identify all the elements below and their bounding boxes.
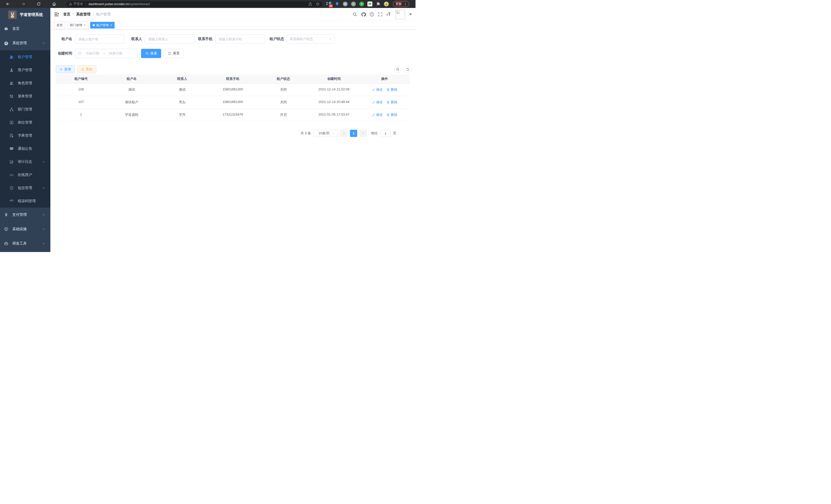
tab-home[interactable]: 首页	[54, 22, 65, 29]
chevron-down-icon	[328, 37, 332, 40]
delete-link[interactable]: 删除	[386, 100, 398, 105]
next-page-button[interactable]: ›	[360, 130, 367, 137]
share-icon[interactable]	[308, 2, 312, 6]
delete-link[interactable]: 删除	[386, 87, 398, 92]
sidebar-item-error-code-management[interactable]: </> 错误码管理	[0, 195, 50, 208]
tenant-name-input[interactable]	[75, 34, 125, 44]
security-indicator[interactable]: 不安全	[69, 2, 83, 6]
browser-toolbar: 不安全 dashboard.yudao.iocoder.cn/system/te…	[0, 0, 416, 8]
users-icon	[9, 81, 13, 85]
sidebar-item-system[interactable]: 系统管理	[0, 36, 50, 50]
sidebar-item-dept-management[interactable]: 部门管理	[0, 103, 50, 116]
sidebar-item-role-management[interactable]: 角色管理	[0, 77, 50, 90]
extension-diamond-icon[interactable]: 10	[326, 2, 331, 6]
extension-balloon-icon[interactable]	[335, 2, 339, 6]
browser-reload-icon[interactable]	[35, 1, 41, 7]
sidebar-item-tenant-management[interactable]: 租户管理	[0, 50, 50, 63]
add-button[interactable]: 新增	[56, 65, 75, 73]
sidebar-item-home[interactable]: 首页	[0, 22, 50, 36]
browser-back-icon[interactable]	[5, 1, 11, 7]
users-icon	[9, 55, 13, 59]
extension-command-icon[interactable]: ⌘	[343, 2, 348, 6]
avatar-caret-icon[interactable]	[409, 13, 412, 15]
tab-dept-management[interactable]: 部门管理 ×	[67, 22, 88, 29]
security-label: 不安全	[74, 2, 83, 6]
logo-image: 🐰	[8, 10, 17, 19]
sidebar-item-notice-announcement[interactable]: 通知公告	[0, 142, 50, 155]
page-number-1[interactable]: 1	[350, 130, 357, 137]
sidebar-collapse-icon[interactable]	[54, 12, 59, 17]
browser-forward-icon[interactable]	[20, 1, 26, 7]
pencil-icon	[372, 101, 375, 104]
message-icon	[9, 147, 13, 151]
tenant-name-label: 租户名	[56, 37, 72, 41]
extensions-puzzle-icon[interactable]	[376, 2, 380, 6]
fullscreen-icon[interactable]	[378, 12, 382, 17]
help-icon[interactable]: ?	[370, 12, 374, 17]
sidebar-item-payment-management[interactable]: ¥ 支付管理	[0, 208, 50, 222]
cell-tenant-id: 107	[56, 96, 106, 109]
sidebar-item-dict-management[interactable]: 字典管理	[0, 129, 50, 142]
browser-home-icon[interactable]	[51, 1, 57, 7]
svg-text:?: ?	[371, 13, 373, 16]
active-dot	[93, 24, 95, 26]
cell-status: 关闭	[258, 96, 309, 109]
avatar[interactable]	[396, 10, 405, 19]
close-icon[interactable]: ×	[110, 23, 112, 27]
extension-emoji-icon[interactable]	[384, 2, 389, 6]
prev-page-button[interactable]: ‹	[340, 130, 347, 137]
sidebar-item-online-users[interactable]: 在线用户	[0, 168, 50, 181]
top-navbar: 首页 / 系统管理 / 租户管理 ? TT	[50, 8, 416, 21]
cell-tenant-id: 1	[56, 109, 106, 121]
page-jump-input[interactable]	[380, 130, 391, 137]
reset-button[interactable]: 重置	[164, 49, 184, 58]
extension-chat-icon[interactable]	[368, 2, 372, 6]
bookmark-star-icon[interactable]	[316, 2, 320, 6]
omnibox-divider	[86, 2, 86, 6]
trash-icon	[386, 88, 390, 91]
sidebar-item-user-management[interactable]: 用户管理	[0, 63, 50, 77]
export-button[interactable]: 导出	[77, 65, 96, 73]
header-created: 创建时间	[309, 75, 359, 83]
sidebar-item-dev-tools[interactable]: 研发工具	[0, 236, 50, 251]
page-size-select[interactable]: 10条/页	[314, 130, 338, 137]
address-bar[interactable]: 不安全 dashboard.yudao.iocoder.cn/system/te…	[66, 1, 322, 7]
extension-dot-icon[interactable]	[351, 2, 356, 6]
cell-phone: 15601691300	[208, 84, 258, 96]
extension-y-icon[interactable]: Y	[359, 2, 364, 6]
header-tenant-name: 租户名	[106, 75, 157, 83]
warning-icon	[69, 2, 72, 6]
edit-link[interactable]: 修改	[372, 87, 383, 92]
delete-link[interactable]: 删除	[386, 113, 398, 117]
url-path: /system/tenant	[129, 2, 150, 6]
header-search-icon[interactable]	[352, 12, 357, 17]
tab-tenant-management[interactable]: 租户管理 ×	[90, 22, 115, 29]
page-unit-label: 页	[393, 131, 397, 136]
browser-menu-icon[interactable]: ⋮	[404, 2, 407, 6]
browser-update-button[interactable]: 更新 ⋮	[393, 1, 409, 7]
sidebar-item-infrastructure[interactable]: 基础设施	[0, 222, 50, 236]
extension-badge: 10	[329, 4, 333, 8]
phone-input[interactable]	[215, 34, 265, 44]
sidebar-item-menu-management[interactable]: 菜单管理	[0, 90, 50, 103]
contact-input[interactable]	[145, 34, 195, 44]
sidebar-item-sms-management[interactable]: 短信管理	[0, 181, 50, 195]
toggle-search-button[interactable]	[394, 66, 401, 73]
close-icon[interactable]: ×	[84, 23, 86, 27]
breadcrumb-system[interactable]: 系统管理	[76, 12, 90, 17]
sidebar-item-post-management[interactable]: 岗位管理	[0, 116, 50, 129]
total-count: 共 3 条	[300, 131, 311, 136]
app-logo[interactable]: 🐰 芋道管理系统	[0, 8, 50, 22]
font-size-icon[interactable]: TT	[386, 12, 391, 17]
status-label: 租户状态	[269, 37, 284, 41]
edit-link[interactable]: 修改	[372, 113, 383, 117]
edit-link[interactable]: 修改	[372, 100, 383, 105]
sidebar-item-audit-log[interactable]: 审计日志	[0, 155, 50, 168]
github-icon[interactable]	[361, 12, 366, 17]
date-range-picker[interactable]: 开始日期 - 结束日期	[75, 49, 138, 58]
status-select[interactable]: 请选择租户状态	[287, 34, 335, 44]
refresh-table-button[interactable]	[404, 66, 411, 73]
search-button[interactable]: 搜索	[141, 49, 161, 58]
breadcrumb-home[interactable]: 首页	[63, 12, 70, 17]
goto-label: 前往	[371, 131, 378, 136]
